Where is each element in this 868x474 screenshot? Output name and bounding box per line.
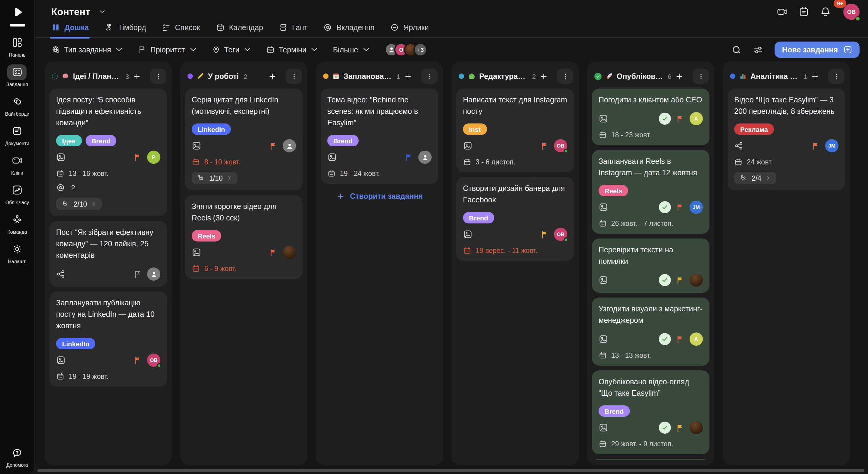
sidebar-item-time[interactable]: Облік часу bbox=[5, 182, 29, 205]
tab-board[interactable]: Дошка bbox=[51, 23, 89, 37]
assignee-avatar[interactable]: ОВ bbox=[554, 139, 567, 153]
notes-icon[interactable] bbox=[798, 6, 809, 18]
assignee-avatar[interactable]: P bbox=[147, 150, 160, 164]
assignee-avatar[interactable] bbox=[147, 267, 160, 281]
priority-flag-icon[interactable] bbox=[676, 203, 685, 212]
tag-pill[interactable]: Reels bbox=[598, 185, 628, 196]
member-avatar-more[interactable]: +3 bbox=[413, 43, 427, 57]
checklist-chip[interactable]: 2/4 bbox=[734, 172, 776, 184]
tag-pill[interactable]: Brend bbox=[85, 135, 117, 146]
tag-pill[interactable]: Brend bbox=[327, 135, 359, 146]
sidebar-item-tasks[interactable]: Завдання bbox=[6, 64, 28, 87]
assignee-avatar[interactable]: JM bbox=[689, 201, 703, 214]
assignee-avatar[interactable] bbox=[689, 273, 703, 287]
task-card[interactable]: Запланувати Reels в Instagram — дата 12 … bbox=[592, 150, 710, 234]
priority-flag-icon[interactable] bbox=[540, 230, 549, 239]
tag-pill[interactable]: Реклама bbox=[734, 124, 774, 135]
add-card-icon[interactable] bbox=[811, 72, 819, 80]
column-menu-button[interactable] bbox=[421, 69, 438, 84]
column-menu-button[interactable] bbox=[828, 69, 844, 84]
filter-task-type[interactable]: Тип завдання bbox=[51, 45, 124, 54]
task-card[interactable]: Запланувати публікацію посту на LinkedIn… bbox=[50, 292, 167, 387]
new-task-button[interactable]: Нове завдання bbox=[775, 41, 860, 58]
tag-pill[interactable]: Reels bbox=[192, 230, 221, 241]
tab-labels[interactable]: Ярлики bbox=[390, 23, 429, 37]
priority-flag-icon[interactable] bbox=[676, 114, 685, 123]
column-menu-button[interactable] bbox=[557, 69, 573, 84]
tab-list[interactable]: Список bbox=[162, 23, 200, 37]
sidebar-item-whiteboards[interactable]: Вайтборди bbox=[5, 94, 30, 116]
tab-calendar[interactable]: Календар bbox=[216, 23, 263, 37]
priority-flag-icon[interactable] bbox=[269, 141, 278, 150]
notification-badge[interactable]: 9+ bbox=[834, 0, 846, 8]
tag-pill[interactable]: Ідея bbox=[56, 135, 82, 146]
add-card-icon[interactable] bbox=[404, 72, 412, 80]
checklist-chip[interactable]: 1/10 bbox=[192, 172, 238, 184]
task-card[interactable]: Вийшов пост “Як зібрати bbox=[592, 459, 710, 460]
task-card[interactable]: Створити дизайн банера для FacebookBrend… bbox=[456, 177, 574, 261]
column-menu-button[interactable] bbox=[692, 69, 709, 84]
sidebar-item-clips[interactable]: Кліпи bbox=[7, 153, 27, 176]
task-card[interactable]: Узгодити візуали з маркетинг-менеджеромА… bbox=[592, 298, 710, 366]
tag-pill[interactable]: Brend bbox=[463, 212, 494, 224]
assignee-avatar[interactable]: ОВ bbox=[147, 353, 160, 367]
assignee-avatar[interactable]: А bbox=[689, 333, 703, 346]
tag-pill[interactable]: Inst bbox=[463, 124, 487, 135]
assignee-avatar[interactable] bbox=[418, 150, 432, 164]
priority-flag-icon[interactable] bbox=[676, 276, 685, 284]
sidebar-item-settings[interactable]: Налашт. bbox=[7, 241, 27, 264]
filter-dates[interactable]: Терміни bbox=[266, 45, 319, 54]
priority-flag-icon[interactable] bbox=[133, 356, 142, 365]
tab-teamboard[interactable]: Тімборд bbox=[104, 23, 146, 37]
assignee-avatar[interactable] bbox=[283, 246, 296, 259]
priority-flag-icon[interactable] bbox=[133, 153, 142, 162]
task-card[interactable]: Опубліковано відео-огляд “Що таке Easyli… bbox=[592, 370, 710, 454]
priority-flag-icon[interactable] bbox=[676, 335, 685, 344]
tag-pill[interactable]: LinkedIn bbox=[192, 124, 231, 135]
tab-attachments[interactable]: Вкладення bbox=[323, 23, 374, 37]
view-settings-icon[interactable] bbox=[753, 44, 764, 55]
assignee-avatar[interactable] bbox=[689, 421, 703, 434]
task-card[interactable]: Ідея посту: “5 способів підвищити ефекти… bbox=[50, 89, 167, 216]
task-card[interactable]: Відео “Що таке Easylim” — 3 200 перегляд… bbox=[727, 89, 845, 190]
task-card[interactable]: Погодити з клієнтом або СЕОА18 - 23 жовт… bbox=[592, 89, 710, 145]
tag-pill[interactable]: LinkedIn bbox=[56, 338, 95, 349]
priority-flag-icon[interactable] bbox=[133, 270, 142, 278]
assignee-avatar[interactable]: ОВ bbox=[554, 228, 567, 241]
sidebar-item-help[interactable]: Допомога bbox=[6, 445, 28, 468]
create-task-button[interactable]: Створити завдання bbox=[321, 192, 438, 201]
sidebar-item-panel[interactable]: Панель bbox=[7, 35, 27, 58]
task-card[interactable]: Тема відео: "Behind the scenes: як ми пр… bbox=[321, 89, 438, 184]
filter-priority[interactable]: Пріоритет bbox=[138, 45, 198, 54]
assignee-avatar[interactable] bbox=[283, 139, 296, 153]
assignee-avatar[interactable]: JM bbox=[825, 139, 838, 153]
priority-flag-icon[interactable] bbox=[540, 141, 549, 150]
tab-gantt[interactable]: Гант bbox=[279, 23, 307, 37]
video-call-icon[interactable] bbox=[776, 6, 788, 18]
task-card[interactable]: Пост “Як зібрати ефективну команду” — 12… bbox=[50, 221, 167, 287]
priority-flag-icon[interactable] bbox=[404, 153, 413, 162]
sidebar-item-documents[interactable]: Документи bbox=[5, 123, 29, 146]
assignee-avatar[interactable]: А bbox=[689, 112, 703, 125]
priority-flag-icon[interactable] bbox=[811, 141, 820, 150]
column-menu-button[interactable] bbox=[150, 69, 166, 84]
column-menu-button[interactable] bbox=[286, 69, 302, 84]
search-icon[interactable] bbox=[732, 44, 742, 55]
filter-tags[interactable]: Теги bbox=[212, 45, 252, 54]
bell-icon[interactable] bbox=[820, 6, 831, 18]
chevron-down-icon[interactable] bbox=[98, 8, 106, 16]
task-card[interactable]: Серія цитат для LinkedIn (мотивуючі, екс… bbox=[185, 89, 303, 190]
priority-flag-icon[interactable] bbox=[676, 423, 685, 432]
add-card-icon[interactable] bbox=[675, 72, 684, 80]
task-card[interactable]: Зняти коротке відео для Reels (30 сек)Re… bbox=[185, 195, 303, 279]
sidebar-item-team[interactable]: Команда bbox=[7, 212, 27, 235]
priority-flag-icon[interactable] bbox=[269, 248, 278, 257]
tag-pill[interactable]: Brend bbox=[598, 405, 630, 417]
task-card[interactable]: Написати текст для Instagram постуInstОВ… bbox=[456, 89, 574, 172]
add-card-icon[interactable] bbox=[539, 72, 548, 80]
task-card[interactable]: Перевірити тексти на помилки bbox=[592, 238, 710, 293]
add-card-icon[interactable] bbox=[133, 72, 141, 80]
checklist-chip[interactable]: 2/10 bbox=[56, 198, 102, 210]
add-card-icon[interactable] bbox=[268, 72, 277, 80]
filter-more[interactable]: Більше bbox=[333, 45, 371, 54]
